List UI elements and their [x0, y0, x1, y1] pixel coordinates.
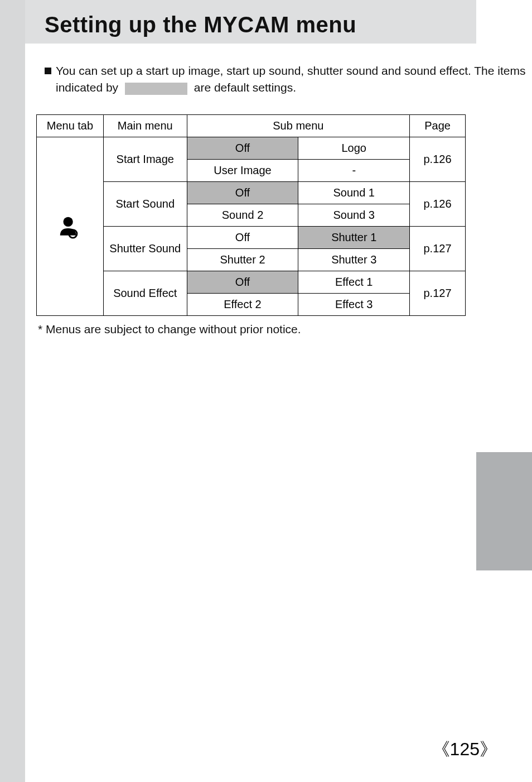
submenu-cell: Effect 2 [187, 294, 298, 316]
submenu-cell: Effect 3 [298, 294, 410, 316]
submenu-cell: - [298, 160, 410, 182]
page-ref: p.126 [410, 182, 466, 227]
angle-left-icon: 《 [432, 739, 450, 759]
main-menu-sound-effect: Sound Effect [103, 271, 187, 316]
page-frame: Setting up the MYCAM menu You can set up… [0, 0, 532, 782]
intro-paragraph: You can set up a start up image, start u… [45, 63, 493, 97]
page-title: Setting up the MYCAM menu [45, 12, 356, 37]
main-menu-shutter-sound: Shutter Sound [103, 227, 187, 271]
mycam-menu-table: Menu tab Main menu Sub menu Page Start I… [36, 114, 466, 316]
left-margin-stripe [0, 0, 25, 782]
submenu-cell: Shutter 2 [187, 249, 298, 271]
intro-line1: You can set up a start up image, start u… [56, 64, 525, 77]
page-ref: p.126 [410, 137, 466, 182]
submenu-cell: Off [187, 182, 298, 204]
submenu-cell: Sound 2 [187, 204, 298, 227]
header-sub-menu: Sub menu [187, 115, 409, 137]
intro-line2-prefix: indicated by [56, 81, 122, 94]
header-menu-tab: Menu tab [37, 115, 104, 137]
submenu-cell: Logo [298, 137, 410, 160]
svg-point-0 [64, 217, 73, 226]
submenu-cell: Sound 1 [298, 182, 410, 204]
submenu-cell: Off [187, 137, 298, 160]
footnote: * Menus are subject to change without pr… [38, 323, 301, 336]
submenu-cell: Shutter 1 [298, 227, 410, 249]
header-main-menu: Main menu [103, 115, 187, 137]
mycam-person-icon [37, 214, 103, 239]
page-number-value: 125 [450, 739, 480, 759]
submenu-cell: Sound 3 [298, 204, 410, 227]
side-tab [476, 452, 532, 570]
bullet-square-icon [45, 68, 51, 74]
page-number: 《125》 [432, 737, 497, 762]
header-page: Page [410, 115, 466, 137]
submenu-cell: Effect 1 [298, 271, 410, 294]
default-swatch-icon [125, 83, 187, 95]
page-ref: p.127 [410, 271, 466, 316]
intro-line2-suffix: are default settings. [191, 81, 296, 94]
page-ref: p.127 [410, 227, 466, 271]
submenu-cell: Off [187, 227, 298, 249]
main-menu-start-image: Start Image [103, 137, 187, 182]
table-row: Start Image Off Logo p.126 [37, 137, 466, 160]
menu-tab-cell [37, 137, 104, 316]
submenu-cell: Off [187, 271, 298, 294]
table-header-row: Menu tab Main menu Sub menu Page [37, 115, 466, 137]
angle-right-icon: 》 [480, 739, 497, 759]
submenu-cell: Shutter 3 [298, 249, 410, 271]
main-menu-start-sound: Start Sound [103, 182, 187, 227]
submenu-cell: User Image [187, 160, 298, 182]
